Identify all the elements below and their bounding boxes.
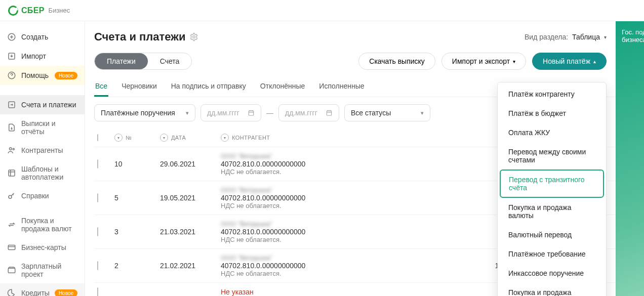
question-circle-icon xyxy=(7,71,16,80)
gear-icon[interactable] xyxy=(189,32,198,41)
sidebar-item-refs[interactable]: Справки xyxy=(0,186,85,205)
sidebar-create[interactable]: Создать xyxy=(0,27,85,47)
import-icon xyxy=(7,52,16,61)
sidebar-item-label: Шаблоны и автоплатежи xyxy=(21,165,77,181)
logo[interactable]: СБЕР Бизнес xyxy=(8,6,70,16)
date-placeholder: дд.мм.гггг xyxy=(207,109,239,117)
sidebar: Создать Импорт Помощь Новое Счета и плат… xyxy=(0,21,85,296)
dropdown-item[interactable]: Валютный перевод xyxy=(500,225,604,244)
segmented-control: Платежи Счета xyxy=(94,53,192,70)
plus-circle-icon xyxy=(7,32,16,41)
select-all-checkbox[interactable] xyxy=(97,134,98,141)
cell-date: 19.05.2021 xyxy=(160,194,221,202)
logo-suffix: Бизнес xyxy=(49,7,70,14)
sort-icon[interactable]: ▾ xyxy=(114,134,123,142)
tab-tosign[interactable]: На подпись и отправку xyxy=(170,77,247,97)
tab-rejected[interactable]: Отклонённые xyxy=(259,77,306,97)
sidebar-import[interactable]: Импорт xyxy=(0,47,85,66)
range-dash: — xyxy=(266,109,273,117)
sidebar-item-salary[interactable]: Зарплатный проект xyxy=(0,257,85,283)
view-mode[interactable]: Вид раздела: Таблица ▾ xyxy=(525,33,607,41)
dropdown-item[interactable]: Покупка и продажа металла xyxy=(500,283,604,296)
cell-date: 21.02.2021 xyxy=(160,262,221,270)
banner-line2: бизнеса xyxy=(622,36,644,44)
date-to-input[interactable]: дд.мм.гггг xyxy=(278,104,339,121)
row-checkbox[interactable] xyxy=(97,261,98,270)
cell-date: 21.03.2021 xyxy=(160,228,221,236)
status-select[interactable]: Все статусы ▾ xyxy=(344,104,430,121)
row-checkbox[interactable] xyxy=(97,227,98,236)
sidebar-item-label: Справки xyxy=(21,192,49,200)
sidebar-item-cards[interactable]: Бизнес-карты xyxy=(0,238,85,257)
new-badge: Новое xyxy=(55,72,77,79)
sidebar-item-label: Выписки и отчёты xyxy=(21,119,77,136)
svg-point-7 xyxy=(9,195,12,198)
svg-point-5 xyxy=(13,148,14,150)
seg-accounts[interactable]: Счета xyxy=(148,53,192,69)
gov-support-banner[interactable]: Гос. поддержка бизнеса xyxy=(616,21,644,296)
col-date: ДАТА xyxy=(171,135,186,141)
new-payment-label: Новый платёж xyxy=(543,57,590,65)
new-payment-button[interactable]: Новый платёж ▴ xyxy=(532,53,607,70)
download-statement-button[interactable]: Скачать выписку xyxy=(358,53,435,70)
dropdown-item[interactable]: Платёж контрагенту xyxy=(500,84,604,104)
dropdown-item[interactable]: Оплата ЖКУ xyxy=(500,123,604,142)
type-select[interactable]: Платёжные поручения ▾ xyxy=(94,104,195,121)
chevron-down-icon: ▾ xyxy=(604,34,607,40)
date-from-input[interactable]: дд.мм.гггг xyxy=(200,104,261,121)
import-export-button[interactable]: Импорт и экспорт ▾ xyxy=(441,53,526,70)
cell-counterparty: ООО "Ветрушка"40702.810.0.00000000000НДС… xyxy=(221,220,373,243)
arrow-box-icon xyxy=(7,100,16,109)
dropdown-item[interactable]: Покупка и продажа валюты xyxy=(500,198,604,225)
svg-rect-11 xyxy=(249,111,253,115)
tab-executed[interactable]: Исполненные xyxy=(318,77,365,97)
new-payment-dropdown: Платёж контрагентуПлатёж в бюджетОплата … xyxy=(497,82,607,296)
sort-icon[interactable]: ▾ xyxy=(160,134,168,142)
template-icon xyxy=(7,168,16,178)
sidebar-import-label: Импорт xyxy=(21,52,46,60)
card-icon xyxy=(7,243,16,252)
exchange-icon xyxy=(7,220,16,229)
row-checkbox[interactable] xyxy=(97,287,98,296)
import-export-label: Импорт и экспорт xyxy=(452,57,510,65)
sidebar-item-fx[interactable]: Покупка и продажа валют xyxy=(0,212,85,238)
svg-point-10 xyxy=(193,36,195,38)
logo-icon xyxy=(8,6,18,16)
sidebar-item-counterparties[interactable]: Контрагенты xyxy=(0,141,85,160)
row-checkbox[interactable] xyxy=(97,159,98,168)
sidebar-item-loans[interactable]: Кредиты Новое xyxy=(0,283,85,296)
dropdown-item[interactable]: Платёж в бюджет xyxy=(500,104,604,123)
dropdown-item[interactable]: Перевод с транзитного счёта xyxy=(500,170,604,198)
svg-rect-8 xyxy=(8,245,15,250)
banner-line1: Гос. поддержка xyxy=(622,28,644,36)
chevron-up-icon: ▴ xyxy=(593,59,596,64)
dropdown-item[interactable]: Инкассовое поручение xyxy=(500,264,604,283)
wallet-icon xyxy=(7,266,16,275)
sidebar-item-payments[interactable]: Счета и платежи xyxy=(0,95,85,114)
sort-icon[interactable]: ▾ xyxy=(221,134,229,142)
pie-icon xyxy=(7,288,16,296)
sidebar-help-label: Помощь xyxy=(21,71,49,79)
sidebar-item-label: Бизнес-карты xyxy=(21,243,66,251)
row-checkbox[interactable] xyxy=(97,193,98,202)
chevron-down-icon: ▾ xyxy=(421,110,424,116)
doc-arrow-icon xyxy=(7,123,16,132)
sidebar-item-label: Счета и платежи xyxy=(21,101,76,109)
view-mode-label: Вид раздела: xyxy=(525,33,568,41)
sidebar-item-templates[interactable]: Шаблоны и автоплатежи xyxy=(0,160,85,186)
status-select-value: Все статусы xyxy=(351,109,391,117)
svg-rect-6 xyxy=(9,170,15,176)
sidebar-item-statements[interactable]: Выписки и отчёты xyxy=(0,114,85,141)
dropdown-item[interactable]: Перевод между своими счетами xyxy=(500,142,604,170)
cell-counterparty: ООО "Ветрушка"40702.810.0.00000000000НДС… xyxy=(221,186,373,209)
tab-all[interactable]: Все xyxy=(94,77,108,97)
page-title: Счета и платежи xyxy=(94,30,185,44)
seg-payments[interactable]: Платежи xyxy=(95,53,148,69)
tab-drafts[interactable]: Черновики xyxy=(120,77,158,97)
sidebar-help[interactable]: Помощь Новое xyxy=(0,66,85,85)
svg-rect-9 xyxy=(8,268,15,273)
calendar-icon xyxy=(326,109,333,116)
dropdown-item[interactable]: Платёжное требование xyxy=(500,244,604,264)
new-badge: Новое xyxy=(55,289,77,297)
chevron-down-icon: ▾ xyxy=(186,110,189,116)
